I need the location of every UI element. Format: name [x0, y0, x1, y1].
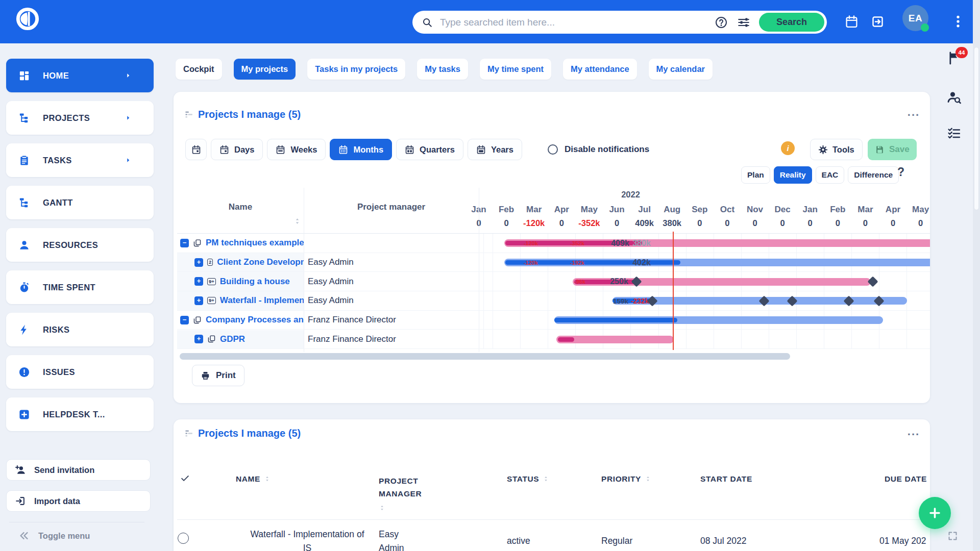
printer-icon [201, 371, 210, 381]
month-label: Apr [886, 205, 900, 215]
select-all-checkmark-icon[interactable] [180, 473, 190, 483]
send-invitation-button[interactable]: Send invitation [6, 459, 151, 481]
sort-icon[interactable] [264, 475, 271, 482]
sidebar-item-tasks[interactable]: TASKS [6, 143, 154, 177]
expand-row-button[interactable]: + [194, 335, 203, 343]
help-icon[interactable] [715, 16, 728, 29]
timescale-calendar-button[interactable] [185, 139, 207, 160]
tab-cockpit[interactable]: Cockpit [176, 59, 222, 80]
sidebar-item-gantt[interactable]: GANTT [6, 186, 154, 219]
checkbox-circle[interactable] [548, 144, 558, 155]
tab-my-tasks[interactable]: My tasks [417, 59, 468, 80]
sidebar-item-time-spent[interactable]: TIME SPENT [6, 270, 154, 304]
tab-label: Cockpit [183, 64, 214, 74]
timescale-days-button[interactable]: Days [211, 139, 263, 160]
column-header-priority[interactable]: PRIORITY [601, 474, 651, 484]
logout-export-icon[interactable] [871, 15, 885, 29]
add-project-fab[interactable] [919, 497, 951, 529]
project-name-link[interactable]: Building a house [220, 277, 290, 287]
disable-notifications-checkbox[interactable]: Disable notifications [548, 144, 649, 155]
panel-menu-button[interactable]: ... [904, 427, 923, 437]
project-name-link[interactable]: Client Zone Developm [217, 257, 304, 267]
sidebar-item-helpdesk-t[interactable]: HELPDESK T... [6, 397, 154, 431]
expand-row-button[interactable]: + [194, 258, 203, 267]
tab-my-attendance[interactable]: My attendance [563, 59, 637, 80]
tab-label: My tasks [425, 64, 460, 74]
info-icon[interactable]: i [781, 141, 795, 155]
checklist-icon[interactable] [947, 126, 962, 140]
project-name-link[interactable]: PM techniques examples [206, 238, 304, 248]
project-name-link[interactable]: Waterfall - Implement [220, 295, 304, 306]
collapse-row-button[interactable]: − [180, 316, 189, 324]
search-input[interactable] [439, 16, 710, 29]
month-label: Jul [638, 205, 651, 215]
gantt-horizontal-scrollbar[interactable] [180, 353, 790, 360]
gantt-manager-header: Project manager [304, 202, 479, 212]
gantt-bar-reality[interactable] [558, 337, 574, 342]
sort-icon[interactable] [543, 475, 549, 482]
timescale-quarters-button[interactable]: Quarters [396, 139, 463, 160]
import-data-button[interactable]: Import data [6, 490, 151, 512]
cell-project-name[interactable]: Waterfall - Implementation of IS [246, 528, 369, 551]
tab-tasks-in-my-projects[interactable]: Tasks in my projects [307, 59, 405, 80]
view-difference-button[interactable]: Difference [848, 166, 899, 184]
expand-row-button[interactable]: + [194, 296, 203, 305]
expand-row-button[interactable]: + [194, 277, 203, 286]
sidebar-item-resources[interactable]: RESOURCES [6, 228, 154, 262]
check-icon [180, 473, 190, 483]
panel-menu-button[interactable]: ... [904, 107, 923, 117]
column-header-name[interactable]: NAME [236, 474, 271, 484]
gantt-bar-reality[interactable] [554, 318, 677, 322]
cal-week-icon [276, 145, 285, 155]
help-question-button[interactable]: ? [897, 165, 904, 179]
tab-my-calendar[interactable]: My calendar [649, 59, 713, 80]
sidebar-item-risks[interactable]: RISKS [6, 313, 154, 346]
project-name-link[interactable]: Company Processes and W [206, 315, 304, 325]
save-label: Save [889, 144, 910, 155]
view-eac-button[interactable]: EAC [816, 166, 845, 184]
expand-fullscreen-icon[interactable] [947, 531, 958, 541]
sidebar-item-issues[interactable]: ISSUES [6, 355, 154, 389]
row-checkbox[interactable] [178, 533, 189, 544]
search-button[interactable]: Search [759, 13, 824, 32]
logo-icon [14, 6, 41, 32]
calendar-topbar-icon[interactable] [845, 15, 859, 29]
project-manager-cell: Franz Finance Director [304, 330, 479, 349]
stack-icon [193, 316, 202, 324]
avatar[interactable]: EA [902, 5, 928, 31]
month-label: Feb [830, 205, 845, 215]
sidebar-item-label: TIME SPENT [43, 283, 95, 292]
tab-label: My calendar [656, 64, 705, 74]
timescale-months-button[interactable]: Months [330, 139, 392, 160]
project-name-link[interactable]: GDPR [220, 334, 245, 344]
sort-icon[interactable] [645, 475, 651, 482]
view-reality-button[interactable]: Reality [774, 166, 812, 184]
column-header-status[interactable]: STATUS [507, 474, 549, 484]
sidebar-item-home[interactable]: HOME [6, 59, 154, 92]
gantt-panel-title[interactable]: Projects I manage (5) [198, 109, 301, 120]
timescale-years-button[interactable]: Years [468, 139, 522, 160]
tab-my-projects[interactable]: My projects [234, 59, 296, 80]
timescale-weeks-button[interactable]: Weeks [267, 139, 326, 160]
column-header-due-date: DUE DATE [885, 474, 927, 484]
tab-my-time-spent[interactable]: My time spent [480, 59, 551, 80]
user-search-icon[interactable] [947, 90, 962, 105]
app-logo[interactable] [14, 6, 41, 32]
sidebar-item-label: ISSUES [43, 367, 75, 377]
sidebar-item-projects[interactable]: PROJECTS [6, 101, 154, 135]
search-filter-icon[interactable] [737, 16, 750, 29]
name-sort-icon[interactable] [293, 217, 301, 225]
view-plan-button[interactable]: Plan [741, 166, 770, 184]
page-scrollbar-thumb[interactable] [974, 47, 979, 210]
toggle-menu-button[interactable]: Toggle menu [6, 522, 154, 541]
tools-button[interactable]: Tools [810, 139, 863, 160]
save-button[interactable]: Save [868, 139, 917, 160]
print-button[interactable]: Print [192, 365, 244, 386]
collapse-row-button[interactable]: − [180, 239, 189, 247]
kebab-menu-icon[interactable] [950, 14, 966, 29]
sort-icon [543, 475, 549, 482]
project-stack-icon [193, 239, 202, 247]
projects-table-title[interactable]: Projects I manage (5) [198, 428, 301, 439]
column-header-project-manager[interactable]: PROJECT MANAGER [379, 474, 428, 511]
sort-icon[interactable] [379, 505, 385, 511]
